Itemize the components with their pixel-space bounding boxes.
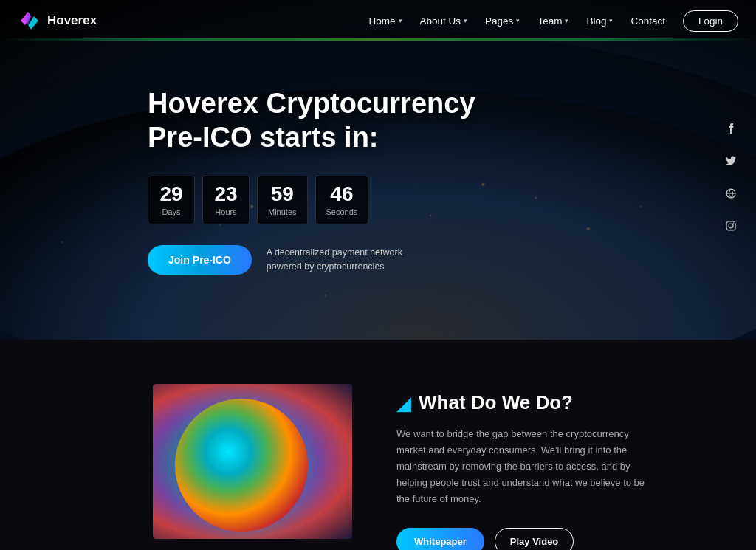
minutes-value: 59: [268, 184, 297, 204]
logo-icon: [18, 9, 41, 32]
svg-rect-1: [726, 221, 735, 230]
nav-contact[interactable]: Contact: [630, 16, 665, 27]
whitepaper-button[interactable]: Whitepaper: [396, 528, 484, 550]
login-button[interactable]: Login: [683, 10, 738, 32]
hero-section: Hoverex Cryptocurrency Pre-ICO starts in…: [0, 0, 756, 340]
playvideo-button[interactable]: Play Video: [495, 528, 574, 550]
about-heading-row: ◢ What Do We Do?: [396, 391, 647, 414]
team-caret: ▾: [565, 17, 568, 24]
navbar: Hoverex Home ▾ About Us ▾ Pages ▾ Team ▾…: [0, 0, 756, 41]
minutes-label: Minutes: [268, 207, 297, 216]
nav-about[interactable]: About Us ▾: [420, 16, 468, 27]
twitter-icon[interactable]: [721, 151, 741, 171]
countdown-days: 29 Days: [148, 176, 195, 224]
svg-point-2: [729, 224, 733, 228]
about-heading: What Do We Do?: [419, 391, 573, 414]
home-caret: ▾: [399, 17, 402, 24]
pages-caret: ▾: [516, 17, 520, 24]
about-caret: ▾: [464, 17, 467, 24]
about-body: We want to bridge the gap between the cr…: [396, 426, 647, 507]
social-sidebar: [721, 118, 741, 236]
nav-links: Home ▾ About Us ▾ Pages ▾ Team ▾ Blog ▾ …: [369, 10, 738, 32]
days-value: 29: [159, 184, 184, 204]
nebula-sphere: [175, 399, 308, 532]
nav-pages[interactable]: Pages ▾: [485, 16, 520, 27]
about-section: ◢ What Do We Do? We want to bridge the g…: [0, 340, 756, 550]
countdown-seconds: 46 Seconds: [315, 176, 369, 224]
countdown-hours: 23 Hours: [202, 176, 250, 224]
dribbble-icon[interactable]: [721, 183, 741, 204]
hero-title: Hoverex Cryptocurrency Pre-ICO starts in…: [148, 87, 517, 154]
hero-content: Hoverex Cryptocurrency Pre-ICO starts in…: [0, 65, 517, 274]
about-image: [153, 384, 352, 539]
seconds-value: 46: [326, 184, 358, 204]
hours-label: Hours: [213, 207, 238, 216]
moon-icon: ◢: [396, 393, 411, 413]
svg-point-3: [733, 223, 735, 224]
join-preico-button[interactable]: Join Pre-ICO: [148, 245, 252, 275]
instagram-icon[interactable]: [721, 216, 741, 236]
countdown-minutes: 59 Minutes: [257, 176, 308, 224]
hours-value: 23: [213, 184, 238, 204]
hero-tagline: A decentralized payment network powered …: [267, 246, 414, 274]
nav-team[interactable]: Team ▾: [537, 16, 568, 27]
nav-blog[interactable]: Blog ▾: [586, 16, 613, 27]
hero-actions: Join Pre-ICO A decentralized payment net…: [148, 245, 517, 275]
seconds-label: Seconds: [326, 207, 358, 216]
countdown: 29 Days 23 Hours 59 Minutes 46 Seconds: [148, 176, 517, 224]
days-label: Days: [159, 207, 184, 216]
about-text-block: ◢ What Do We Do? We want to bridge the g…: [396, 384, 647, 550]
logo[interactable]: Hoverex: [18, 9, 97, 32]
nav-home[interactable]: Home ▾: [369, 16, 402, 27]
about-buttons: Whitepaper Play Video: [396, 528, 647, 550]
facebook-icon[interactable]: [721, 118, 741, 139]
blog-caret: ▾: [609, 17, 613, 24]
